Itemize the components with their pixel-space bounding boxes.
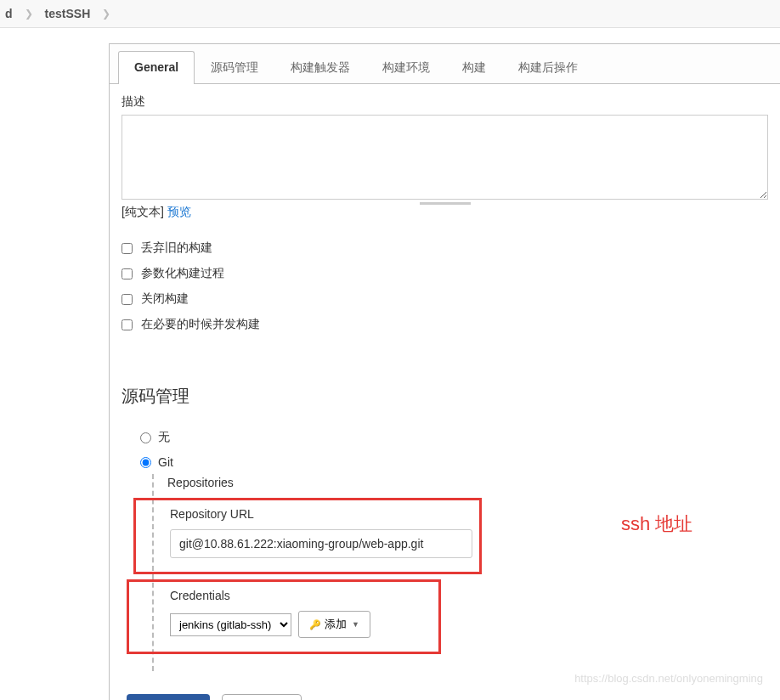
discard-old-builds-label: 丢弃旧的构建 [141, 240, 212, 256]
scm-none-radio[interactable] [140, 432, 151, 443]
disable-build-label: 关闭构建 [141, 291, 189, 307]
tab-triggers[interactable]: 构建触发器 [274, 51, 366, 84]
tab-env[interactable]: 构建环境 [366, 51, 446, 84]
repo-url-input[interactable] [170, 529, 472, 558]
repo-url-highlight: Repository URL [133, 498, 482, 574]
breadcrumb: d ❯ testSSH ❯ [0, 0, 780, 28]
scm-git-label: Git [158, 455, 173, 469]
chevron-right-icon: ❯ [18, 8, 40, 20]
tab-general[interactable]: General [118, 51, 195, 84]
add-credentials-button[interactable]: 🔑 添加 ▼ [298, 611, 370, 638]
repositories-label: Repositories [167, 476, 768, 489]
format-row: [纯文本] 预览 [122, 205, 768, 220]
plaintext-label: [纯文本] [122, 205, 167, 218]
tab-build[interactable]: 构建 [446, 51, 502, 84]
tab-bar: General 源码管理 构建触发器 构建环境 构建 构建后操作 [110, 44, 780, 84]
apply-button[interactable]: 应用 [222, 694, 302, 700]
scm-none-label: 无 [158, 430, 170, 445]
scm-git-radio[interactable] [140, 457, 151, 468]
credentials-highlight: Credentials jenkins (gitlab-ssh) 🔑 添加 ▼ [127, 579, 441, 654]
repo-url-label: Repository URL [170, 507, 472, 521]
concurrent-build-checkbox[interactable] [122, 319, 133, 330]
add-button-label: 添加 [325, 617, 347, 632]
description-label: 描述 [122, 94, 768, 110]
preview-link[interactable]: 预览 [167, 205, 191, 218]
disable-build-checkbox[interactable] [122, 294, 133, 305]
breadcrumb-root[interactable]: d [0, 7, 18, 20]
breadcrumb-job[interactable]: testSSH [40, 7, 96, 20]
parameterized-build-label: 参数化构建过程 [141, 266, 224, 281]
key-icon: 🔑 [309, 619, 321, 630]
watermark: https://blog.csdn.net/onlyonemingming [574, 672, 763, 685]
chevron-down-icon: ▼ [352, 620, 359, 629]
save-button[interactable]: 保存 [127, 694, 210, 700]
concurrent-build-label: 在必要的时候并发构建 [141, 317, 260, 332]
ssh-annotation: ssh 地址 [621, 511, 692, 537]
description-input[interactable] [122, 115, 768, 200]
credentials-select[interactable]: jenkins (gitlab-ssh) [170, 613, 291, 636]
config-panel: General 源码管理 构建触发器 构建环境 构建 构建后操作 描述 [纯文本… [109, 43, 780, 700]
scm-heading: 源码管理 [122, 385, 768, 408]
parameterized-build-checkbox[interactable] [122, 268, 133, 279]
tab-post[interactable]: 构建后操作 [502, 51, 594, 84]
tab-scm[interactable]: 源码管理 [195, 51, 274, 84]
discard-old-builds-checkbox[interactable] [122, 243, 133, 254]
credentials-label: Credentials [170, 589, 432, 602]
chevron-right-icon: ❯ [95, 8, 117, 20]
